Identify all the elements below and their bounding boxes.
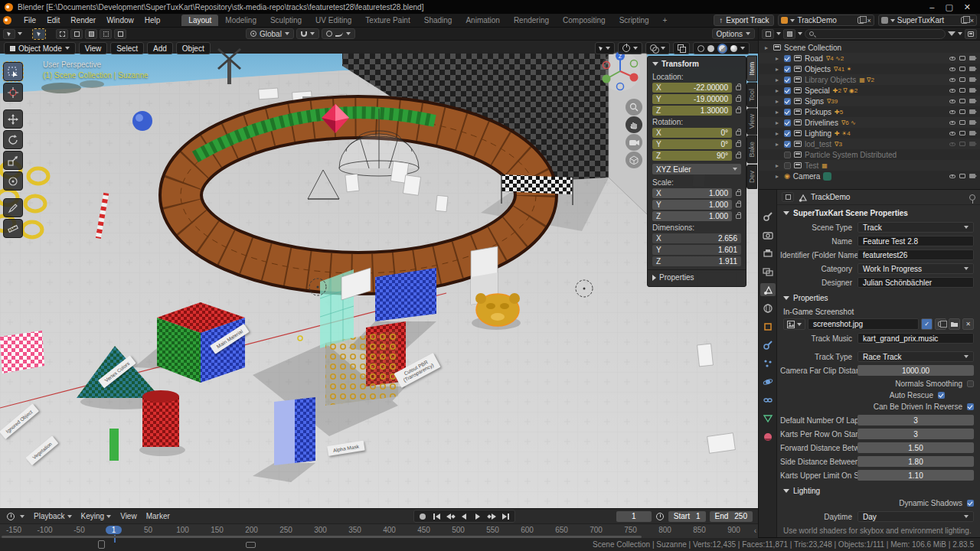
tab-uv-editing[interactable]: UV Editing [309, 15, 358, 26]
annotate-tool[interactable] [3, 198, 23, 217]
npanel-tab-item[interactable]: Item [746, 56, 757, 82]
lock-icon[interactable] [736, 142, 741, 147]
tab-compositing[interactable]: Compositing [556, 15, 612, 26]
outliner-row[interactable]: ▸Particle System Distributed [759, 149, 980, 160]
outliner-row[interactable]: ▸Test▦ [759, 160, 980, 171]
outliner-row[interactable]: ▸Objects∇41 ✶ [759, 64, 980, 74]
screenshot-filename[interactable]: screenshot.jpg [808, 318, 919, 330]
identifier-input[interactable]: featuretest26 [858, 249, 974, 260]
properties-collapsed-panel[interactable]: Properties [648, 269, 746, 285]
close-button[interactable]: ✕ [964, 2, 971, 12]
outliner-row[interactable]: ▸Drivelines∇6 ∿ [759, 117, 980, 128]
collection-checkbox[interactable] [784, 109, 791, 116]
tab-rendering[interactable]: Rendering [507, 15, 556, 26]
collection-checkbox[interactable] [784, 98, 791, 105]
new-scene-icon[interactable] [858, 17, 864, 24]
hide-icon[interactable] [949, 142, 956, 146]
disable-render-icon[interactable] [969, 120, 975, 125]
view-menu[interactable]: View [79, 42, 108, 54]
record-button[interactable] [416, 511, 430, 521]
outliner-row[interactable]: ▸Lighting✚ ☀4 [759, 128, 980, 139]
tab-world[interactable] [760, 302, 776, 315]
outliner-search-input[interactable] [805, 29, 946, 39]
open-file-folder-icon[interactable] [949, 318, 960, 330]
disable-render-icon[interactable] [969, 142, 975, 146]
designer-input[interactable]: Julian Schönbächler [858, 277, 974, 288]
new-collection-icon[interactable] [965, 29, 977, 39]
frame-end-field[interactable]: End250 [710, 511, 753, 522]
disable-render-icon[interactable] [969, 88, 975, 93]
pan-view-button[interactable] [626, 116, 642, 133]
visibility-dropdown[interactable] [595, 42, 615, 54]
reverse-checkbox[interactable] [967, 403, 974, 410]
disable-viewport-icon[interactable] [959, 77, 965, 82]
lock-icon[interactable] [736, 214, 741, 219]
tab-animation[interactable]: Animation [459, 15, 506, 26]
rotation-x-field[interactable]: X0° [652, 128, 732, 138]
track-music-input[interactable]: kart_grand_prix.music [858, 333, 974, 344]
unlink-scene-icon[interactable]: × [867, 17, 871, 24]
pin-icon[interactable] [969, 194, 975, 201]
tab-particles[interactable] [760, 357, 776, 370]
outliner-row[interactable]: ▸Road∇4 ∿2 [759, 53, 980, 64]
jump-to-end-button[interactable] [499, 511, 512, 521]
lock-icon[interactable] [736, 191, 741, 196]
location-z-field[interactable]: Z1.30000 [652, 106, 732, 116]
disable-viewport-icon[interactable] [959, 131, 965, 135]
image-datablock-dropdown[interactable] [783, 318, 805, 330]
select-menu[interactable]: Select [110, 42, 144, 54]
outliner-row[interactable]: ▸Special✚2 ∇ ◉2 [759, 85, 980, 96]
hide-icon[interactable] [949, 132, 956, 135]
marker-menu[interactable]: Marker [142, 511, 174, 521]
timeline-scrollbar[interactable] [2, 536, 642, 538]
disable-render-icon[interactable] [969, 174, 975, 178]
scale-z-field[interactable]: Z1.000 [652, 211, 732, 221]
disable-render-icon[interactable] [969, 56, 975, 60]
export-track-button[interactable]: ↑ Export Track [714, 15, 774, 26]
outliner-row-camera[interactable]: ▸◉Camera [759, 171, 980, 181]
track-name-input[interactable]: Feature Test 2.8 [858, 236, 974, 246]
tab-scripting[interactable]: Scripting [612, 15, 656, 26]
select-mode-extend-icon[interactable] [70, 29, 83, 39]
daytime-dropdown[interactable]: Day [858, 511, 974, 522]
rotation-z-field[interactable]: Z90° [652, 151, 732, 161]
move-tool[interactable] [3, 109, 23, 129]
menu-render[interactable]: Render [66, 15, 100, 25]
copy-datablock-icon[interactable] [935, 318, 946, 330]
jump-to-start-button[interactable] [430, 511, 443, 521]
timeline-editor-type-icon[interactable] [3, 512, 28, 521]
collection-checkbox[interactable] [784, 77, 791, 83]
select-mode-subtract-icon[interactable] [85, 29, 97, 39]
outliner-row-scene-collection[interactable]: ▸ Scene Collection [759, 42, 980, 53]
tab-material[interactable] [760, 430, 776, 443]
select-mode-intersect-icon[interactable] [114, 29, 126, 39]
disable-render-icon[interactable] [969, 67, 975, 71]
collection-checkbox[interactable] [784, 66, 791, 73]
menu-file[interactable]: File [19, 15, 41, 25]
perspective-toggle-button[interactable] [626, 152, 642, 168]
prev-keyframe-button[interactable] [444, 511, 457, 521]
upper-limit-field[interactable]: 1.10 [858, 470, 974, 481]
dim-x-field[interactable]: X2.656 [652, 233, 741, 243]
outliner-row[interactable]: ▸Signs∇39 [759, 96, 980, 106]
shading-rendered-icon[interactable] [730, 45, 737, 52]
scale-y-field[interactable]: Y1.000 [652, 200, 732, 210]
next-keyframe-button[interactable] [485, 511, 498, 521]
shading-wireframe-icon[interactable] [697, 45, 704, 52]
dim-z-field[interactable]: Z1.911 [652, 256, 741, 266]
laps-field[interactable]: 3 [858, 415, 974, 425]
hide-icon[interactable] [949, 67, 956, 71]
scale-x-field[interactable]: X1.000 [652, 188, 732, 198]
shading-material-active[interactable] [717, 44, 727, 54]
filter-icon[interactable] [948, 31, 956, 36]
menu-window[interactable]: Window [102, 15, 139, 25]
disable-render-icon[interactable] [969, 109, 975, 114]
collection-checkbox[interactable] [784, 152, 791, 158]
use-preview-range-icon[interactable] [656, 513, 664, 520]
lock-icon[interactable] [736, 131, 741, 135]
play-reverse-button[interactable] [458, 511, 471, 521]
track-type-dropdown[interactable]: Race Track [858, 351, 974, 362]
tab-sculpting[interactable]: Sculpting [263, 15, 309, 26]
lock-icon[interactable] [736, 86, 741, 90]
disable-viewport-icon[interactable] [959, 142, 965, 146]
